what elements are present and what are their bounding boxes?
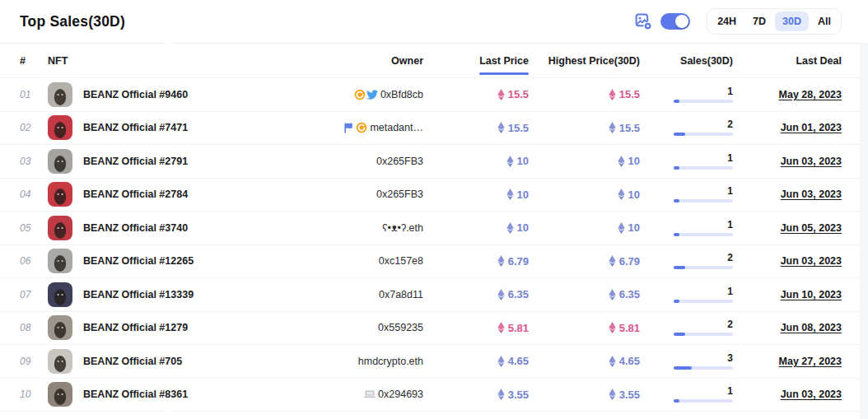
col-rank[interactable]: # (20, 55, 48, 67)
nft-avatar[interactable] (48, 149, 72, 174)
table-row[interactable]: 06 BEANZ Official #12265 0xc157e8 6.79 6… (0, 245, 868, 279)
rank: 09 (20, 356, 48, 367)
nft-name[interactable]: BEANZ Official #9460 (83, 89, 188, 100)
last-deal-date[interactable]: Jun 05, 2023 (733, 222, 842, 234)
last-deal-date[interactable]: Jun 03, 2023 (733, 156, 842, 167)
filter-7d[interactable]: 7D (745, 12, 773, 31)
sales-cell: 1 (640, 220, 733, 236)
nft-avatar[interactable] (48, 382, 72, 407)
sales-bar-fill (674, 266, 685, 269)
col-owner[interactable]: Owner (292, 55, 423, 67)
owner-name[interactable]: 0xc157e8 (379, 255, 423, 267)
owner-cell[interactable]: 0x265FB3 (292, 189, 423, 200)
col-last-price[interactable]: Last Price (423, 55, 529, 67)
nft-avatar[interactable] (48, 82, 72, 107)
owner-name[interactable]: metadant… (370, 122, 423, 133)
sales-bar-fill (674, 199, 679, 203)
owner-name[interactable]: ʕ•ᴥ•ʔ.eth (382, 222, 423, 234)
owner-cell[interactable]: hmdcrypto.eth (292, 356, 423, 367)
nft-cell: BEANZ Official #2791 (48, 149, 292, 174)
nft-avatar[interactable] (48, 249, 72, 273)
owner-name[interactable]: 0x265FB3 (376, 156, 423, 167)
owner-name[interactable]: 0xBfd8cb (380, 89, 423, 100)
sales-bar (674, 366, 733, 370)
col-sales[interactable]: Sales(30D) (640, 55, 733, 67)
filter-all[interactable]: All (810, 12, 838, 31)
nft-avatar[interactable] (48, 282, 72, 307)
table-header: # NFT Owner Last Price Highest Price(30D… (0, 43, 868, 78)
nft-name[interactable]: BEANZ Official #7471 (83, 122, 188, 133)
nft-avatar[interactable] (48, 115, 72, 140)
filter-24h[interactable]: 24H (710, 12, 744, 31)
table-body: 01 BEANZ Official #9460 0xBfd8cb 15.5 15… (0, 78, 868, 412)
sorted-column-label[interactable]: Last Price (479, 55, 529, 67)
nft-name[interactable]: BEANZ Official #2791 (83, 156, 188, 167)
table-row[interactable]: 05 BEANZ Official #3740 ʕ•ᴥ•ʔ.eth 10 10 … (0, 212, 868, 245)
nft-cell: BEANZ Official #9460 (48, 82, 292, 107)
last-deal-date[interactable]: Jun 10, 2023 (733, 289, 842, 300)
nft-cell: BEANZ Official #2784 (48, 182, 292, 207)
last-price-cell: 5.81 (423, 322, 529, 334)
table-row[interactable]: 02 BEANZ Official #7471 metadant… 15.5 1… (0, 112, 868, 146)
nft-avatar[interactable] (48, 315, 72, 340)
col-nft[interactable]: NFT (48, 55, 292, 67)
last-price-cell: 4.65 (423, 355, 529, 367)
table-row[interactable]: 07 BEANZ Official #13339 0x7a8d11 6.35 6… (0, 278, 868, 312)
rank: 07 (20, 289, 48, 300)
owner-cell[interactable]: 0xBfd8cb (292, 89, 423, 100)
owner-cell[interactable]: 0x265FB3 (292, 156, 423, 167)
sales-bar (674, 300, 733, 303)
owner-name[interactable]: hmdcrypto.eth (358, 356, 423, 367)
owner-icons (364, 389, 376, 400)
last-deal-date[interactable]: Jun 03, 2023 (733, 389, 842, 400)
eth-icon (609, 289, 616, 300)
table-row[interactable]: 08 BEANZ Official #1279 0x559235 5.81 5.… (0, 312, 868, 346)
owner-cell[interactable]: 0x294693 (292, 389, 423, 400)
nft-name[interactable]: BEANZ Official #3740 (83, 222, 188, 234)
nft-cell: BEANZ Official #1279 (48, 315, 292, 340)
nft-name[interactable]: BEANZ Official #2784 (83, 189, 188, 200)
nft-name[interactable]: BEANZ Official #12265 (83, 255, 194, 267)
owner-name[interactable]: 0x559235 (378, 322, 423, 333)
last-price-value: 5.81 (508, 322, 529, 334)
last-price-value: 10 (517, 189, 529, 201)
filter-30d[interactable]: 30D (775, 12, 809, 31)
last-price-cell: 6.35 (423, 288, 529, 300)
owner-cell[interactable]: 0x559235 (292, 322, 423, 333)
table-row[interactable]: 01 BEANZ Official #9460 0xBfd8cb 15.5 15… (0, 78, 868, 112)
table-row[interactable]: 04 BEANZ Official #2784 0x265FB3 10 10 1… (0, 179, 868, 212)
nft-name[interactable]: BEANZ Official #705 (83, 356, 182, 367)
nft-name[interactable]: BEANZ Official #8361 (83, 389, 188, 400)
nft-avatar[interactable] (48, 349, 72, 374)
sales-count: 3 (727, 353, 733, 363)
nft-avatar[interactable] (48, 216, 72, 240)
nft-avatar[interactable] (48, 182, 72, 207)
col-highest-price[interactable]: Highest Price(30D) (529, 55, 640, 67)
last-deal-date[interactable]: Jun 08, 2023 (733, 322, 842, 333)
highest-price-cell: 10 (529, 189, 640, 201)
owner-cell[interactable]: ʕ•ᴥ•ʔ.eth (292, 222, 423, 234)
nft-image-icon[interactable] (635, 13, 652, 30)
sales-cell: 2 (640, 119, 733, 136)
nft-name[interactable]: BEANZ Official #13339 (83, 289, 194, 300)
table-row[interactable]: 09 BEANZ Official #705 hmdcrypto.eth 4.6… (0, 345, 868, 379)
eth-icon (497, 122, 505, 133)
sales-bar-fill (674, 133, 685, 136)
owner-name[interactable]: 0x265FB3 (376, 189, 423, 200)
eth-icon (609, 255, 616, 267)
owner-cell[interactable]: 0x7a8d11 (292, 289, 423, 300)
last-deal-date[interactable]: Jun 03, 2023 (733, 189, 842, 200)
last-deal-date[interactable]: Jun 01, 2023 (733, 122, 842, 133)
col-last-deal[interactable]: Last Deal (733, 55, 842, 67)
last-deal-date[interactable]: May 28, 2023 (733, 89, 842, 100)
table-row[interactable]: 03 BEANZ Official #2791 0x265FB3 10 10 1… (0, 145, 868, 179)
last-deal-date[interactable]: Jun 03, 2023 (733, 255, 842, 267)
owner-name[interactable]: 0x294693 (378, 389, 423, 400)
image-display-toggle[interactable] (660, 13, 690, 30)
owner-cell[interactable]: 0xc157e8 (292, 255, 423, 267)
last-deal-date[interactable]: May 27, 2023 (733, 356, 842, 367)
nft-name[interactable]: BEANZ Official #1279 (83, 322, 188, 333)
owner-cell[interactable]: metadant… (292, 122, 423, 133)
owner-name[interactable]: 0x7a8d11 (379, 289, 423, 300)
table-row[interactable]: 10 BEANZ Official #8361 0x294693 3.55 3.… (0, 379, 868, 412)
